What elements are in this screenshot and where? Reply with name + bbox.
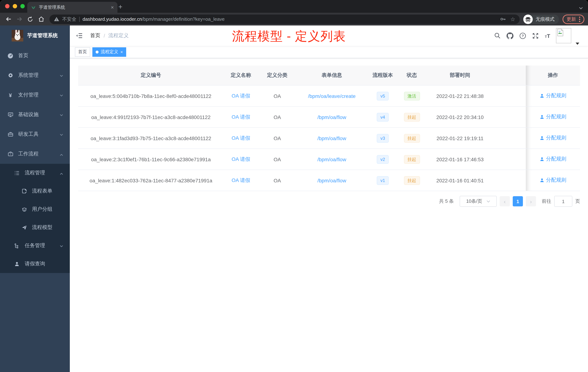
chevron-down-icon	[59, 132, 64, 138]
breadcrumb-separator: /	[104, 33, 105, 39]
sidebar-item-task-management[interactable]: 任务管理	[0, 237, 70, 255]
security-warning-icon[interactable]	[54, 16, 59, 22]
definition-name-link[interactable]: OA 请假	[232, 93, 250, 98]
definition-table: 定义编号 定义名称 定义分类 表单信息 流程版本 状态 部署时间 操作 oa_l…	[78, 66, 580, 191]
sidebar-item-home[interactable]: 首页	[0, 46, 70, 66]
close-tag-icon[interactable]: ×	[120, 49, 123, 55]
yen-icon: ¥	[7, 92, 13, 98]
assign-rule-label: 分配规则	[546, 177, 566, 184]
prev-page-button[interactable]: ‹	[500, 196, 510, 206]
sidebar-item-label: 工作流程	[18, 151, 39, 157]
deploy-time: 2022-01-16 01:40:51	[425, 170, 494, 191]
sidebar-item-process-model[interactable]: 流程模型	[0, 219, 70, 237]
filler-cell	[494, 170, 526, 191]
assign-rule-label: 分配规则	[546, 93, 566, 99]
form-link[interactable]: /bpm/oa/leave/create	[308, 93, 356, 99]
forward-icon[interactable]	[15, 14, 24, 24]
font-size-icon[interactable]: TT	[545, 33, 550, 38]
close-window-button[interactable]	[5, 4, 10, 8]
github-icon[interactable]	[507, 32, 514, 39]
form-link[interactable]: /bpm/oa/flow	[317, 114, 346, 120]
home-icon[interactable]	[36, 14, 46, 24]
definition-id: oa_leave:3:1fad3d93-7b75-11ec-a3c8-acde4…	[78, 128, 224, 149]
chrome-update-button[interactable]: 更新	[563, 14, 584, 24]
address-bar[interactable]: 不安全 dashboard.yudao.iocoder.cn/bpm/manag…	[50, 14, 520, 24]
key-icon[interactable]	[500, 16, 506, 22]
definition-name-link[interactable]: OA 请假	[232, 135, 250, 141]
col-definition-category: 定义分类	[258, 66, 296, 85]
sidebar-item-process-management[interactable]: 流程管理	[0, 164, 70, 182]
tag-home[interactable]: 首页	[75, 47, 90, 57]
definition-name-link[interactable]: OA 请假	[232, 177, 250, 183]
avatar-broken-image[interactable]	[556, 28, 571, 43]
status-badge: 挂起	[404, 155, 420, 164]
help-icon[interactable]: ?	[519, 32, 526, 39]
definition-name-link[interactable]: OA 请假	[232, 156, 250, 162]
bookmark-star-icon[interactable]: ☆	[510, 16, 515, 22]
form-link[interactable]: /bpm/oa/flow	[317, 135, 346, 141]
back-icon[interactable]	[4, 14, 13, 24]
gear-icon	[7, 72, 13, 78]
breadcrumb-home[interactable]: 首页	[90, 33, 100, 39]
page-size-select[interactable]: 10条/页	[460, 196, 497, 207]
assign-rule-link[interactable]: 分配规则	[539, 114, 566, 120]
sidebar-item-process-form[interactable]: 流程表单	[0, 182, 70, 200]
goto-page-input[interactable]	[554, 196, 572, 207]
pagination: 共 5 条 10条/页 ‹ 1 › 前往 页	[78, 196, 580, 207]
version-badge: v4	[377, 113, 388, 121]
update-label[interactable]: 更新	[567, 16, 576, 22]
sidebar-item-workflow[interactable]: 工作流程	[0, 144, 70, 164]
chevron-down-icon	[59, 73, 64, 79]
deploy-time: 2022-01-22 21:48:38	[425, 85, 494, 107]
tab-strip: 芋道管理系统 × +	[0, 0, 588, 13]
sidebar-item-payment[interactable]: ¥ 支付管理	[0, 85, 70, 105]
branch-icon	[14, 243, 20, 249]
definition-id: oa_leave:4:991f2193-7b7f-11ec-a3c8-acde4…	[78, 107, 224, 128]
sidebar-item-label: 用户分组	[32, 206, 52, 213]
sidebar-menu: 首页 系统管理 ¥ 支付管理	[0, 46, 70, 273]
search-icon[interactable]	[494, 33, 501, 39]
fullscreen-icon[interactable]	[532, 32, 539, 39]
sidebar-collapse-icon[interactable]	[76, 32, 84, 40]
next-page-button[interactable]: ›	[526, 196, 536, 206]
chevron-up-icon	[59, 152, 64, 158]
sidebar-item-user-group[interactable]: 用户分组	[0, 200, 70, 219]
sidebar-item-leave-query[interactable]: 请假查询	[0, 255, 70, 273]
sidebar-item-infrastructure[interactable]: 基础设施	[0, 105, 70, 124]
assign-rule-link[interactable]: 分配规则	[539, 93, 566, 99]
document-edit-icon	[21, 188, 27, 194]
page-1-button[interactable]: 1	[513, 196, 523, 206]
browser-tab[interactable]: 芋道管理系统 ×	[27, 2, 117, 13]
tag-label: 流程定义	[101, 49, 118, 55]
workflow-submenu: 流程管理 流程表单 用户分组	[0, 164, 70, 273]
assign-rule-link[interactable]: 分配规则	[539, 177, 566, 184]
app-navbar: 首页 / 流程定义 流程模型 - 定义列表 ?	[70, 25, 588, 46]
sidebar-item-system[interactable]: 系统管理	[0, 66, 70, 85]
minimize-window-button[interactable]	[13, 4, 17, 8]
active-dot-icon	[96, 50, 99, 53]
browser-menu-dots-icon[interactable]	[579, 16, 580, 22]
assign-rule-link[interactable]: 分配规则	[539, 135, 566, 142]
definition-name-link[interactable]: OA 请假	[232, 114, 250, 120]
assign-rule-label: 分配规则	[546, 156, 566, 163]
reload-icon[interactable]	[25, 14, 35, 24]
app-logo[interactable]: 芋道管理系统	[0, 25, 70, 46]
close-tab-icon[interactable]: ×	[111, 4, 114, 10]
definition-id: oa_leave:1:482ec033-762a-11ec-8477-a2380…	[78, 170, 224, 191]
security-label[interactable]: 不安全	[62, 16, 76, 22]
form-link[interactable]: /bpm/oa/flow	[317, 177, 346, 183]
assign-rule-link[interactable]: 分配规则	[539, 156, 566, 163]
sidebar: 芋道管理系统 首页 系统管理 ¥ 支付	[0, 25, 70, 372]
table-row: oa_leave:5:004b710b-7b8a-11ec-8ef0-acde4…	[78, 85, 580, 107]
briefcase-icon	[7, 151, 13, 157]
version-badge: v2	[377, 155, 388, 164]
sidebar-item-devtools[interactable]: 研发工具	[0, 124, 70, 144]
form-link[interactable]: /bpm/oa/flow	[317, 156, 346, 162]
tag-process-definition[interactable]: 流程定义 ×	[92, 47, 126, 57]
url-text[interactable]: dashboard.yudao.iocoder.cn/bpm/manager/d…	[83, 16, 497, 22]
new-tab-button[interactable]: +	[116, 2, 125, 12]
tab-search-chevron-icon[interactable]	[579, 5, 583, 11]
table-header-row: 定义编号 定义名称 定义分类 表单信息 流程版本 状态 部署时间 操作	[78, 66, 580, 85]
avatar-caret-down-icon[interactable]	[576, 43, 579, 45]
zoom-window-button[interactable]	[20, 4, 25, 8]
